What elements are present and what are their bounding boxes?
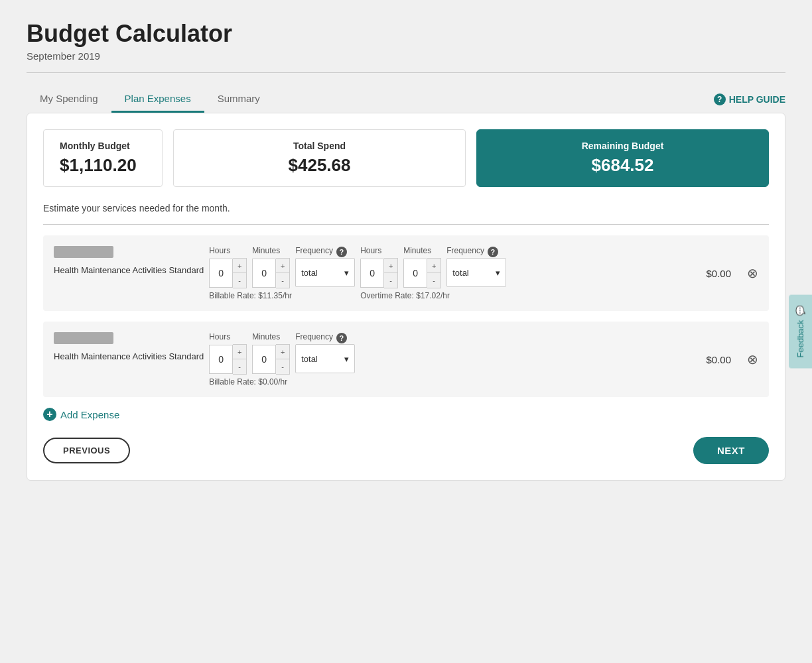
title-divider (27, 72, 785, 73)
overtime-minutes-up-1[interactable]: + (427, 259, 440, 273)
help-guide-label: HELP GUIDE (729, 94, 785, 105)
regular-hours-input-2[interactable] (209, 345, 233, 374)
footer-row: PREVIOUS NEXT (43, 437, 769, 464)
regular-frequency-select-1[interactable]: total ▾ (295, 258, 355, 287)
budget-summary-row: Monthly Budget $1,110.20 Total Spend $42… (43, 129, 769, 187)
frequency-help-icon-1[interactable]: ? (336, 247, 347, 257)
tabs-container: My Spending Plan Expenses Summary (27, 86, 273, 113)
overtime-rate-1: Overtime Rate: $17.02/hr (360, 291, 506, 300)
regular-hours-spinner-2: + - (209, 344, 247, 375)
overtime-minutes-input-1[interactable] (403, 259, 427, 288)
total-spend-amount: $425.68 (190, 155, 449, 176)
regular-minutes-label-1: Minutes (252, 246, 280, 255)
regular-frequency-label-2: Frequency (295, 332, 333, 341)
regular-frequency-group-1: Frequency ? total ▾ (295, 246, 355, 288)
remove-expense-2[interactable]: ⊗ (747, 351, 758, 367)
billable-rate-1: Billable Rate: $11.35/hr (209, 291, 355, 300)
overtime-frequency-help-icon-1[interactable]: ? (488, 247, 498, 257)
regular-section-1: Hours + - Minutes (209, 246, 355, 300)
regular-hours-input-1[interactable] (209, 259, 233, 288)
expense-row-1: Health Maintenance Activities Standard H… (43, 235, 769, 311)
regular-hours-up-1[interactable]: + (233, 259, 246, 273)
add-expense-icon: + (43, 408, 56, 421)
tab-plan-expenses[interactable]: Plan Expenses (111, 86, 204, 113)
monthly-budget-label: Monthly Budget (60, 141, 146, 151)
regular-minutes-up-1[interactable]: + (276, 259, 289, 273)
overtime-frequency-group-1: Frequency ? total ▾ (446, 246, 506, 288)
regular-hours-label-1: Hours (209, 246, 230, 255)
total-spend-box: Total Spend $425.68 (173, 129, 466, 187)
next-button[interactable]: NEXT (693, 437, 769, 464)
tab-my-spending[interactable]: My Spending (27, 86, 111, 113)
regular-minutes-down-2[interactable]: - (276, 359, 289, 374)
regular-hours-down-1[interactable]: - (233, 273, 246, 288)
regular-section-2: Hours + - Minutes (209, 332, 355, 387)
page-title: Budget Calculator (27, 20, 785, 48)
total-spend-label: Total Spend (190, 141, 449, 151)
regular-hours-up-2[interactable]: + (233, 345, 246, 359)
overtime-frequency-select-1[interactable]: total ▾ (446, 258, 506, 287)
expense-total-2: $0.00 (695, 354, 742, 365)
estimate-text: Estimate your services needed for the mo… (43, 203, 769, 213)
help-icon: ? (714, 93, 726, 105)
add-expense-button[interactable]: + Add Expense (43, 408, 769, 421)
overtime-frequency-label-1: Frequency (446, 246, 484, 255)
regular-controls-1: Hours + - Minutes (209, 246, 355, 288)
page-subtitle: September 2019 (27, 50, 785, 62)
regular-hours-label-2: Hours (209, 332, 230, 341)
tabs-row: My Spending Plan Expenses Summary ? HELP… (27, 86, 785, 113)
overtime-minutes-spinner-1: + - (403, 258, 441, 288)
overtime-minutes-group-1: Minutes + - (403, 246, 441, 288)
regular-controls-2: Hours + - Minutes (209, 332, 355, 375)
overtime-hours-label-1: Hours (360, 246, 381, 255)
feedback-icon: 💬 (795, 305, 805, 316)
regular-minutes-input-2[interactable] (252, 345, 276, 374)
frequency-help-icon-2[interactable]: ? (336, 333, 347, 343)
regular-frequency-select-2[interactable]: total ▾ (295, 344, 355, 373)
remaining-budget-box: Remaining Budget $684.52 (476, 129, 769, 187)
regular-frequency-group-2: Frequency ? total ▾ (295, 332, 355, 375)
monthly-budget-box: Monthly Budget $1,110.20 (43, 129, 163, 187)
overtime-hours-group-1: Hours + - (360, 246, 398, 288)
overtime-minutes-label-1: Minutes (403, 246, 431, 255)
expense-total-1: $0.00 (695, 268, 742, 279)
regular-hours-btns-2: + - (233, 344, 247, 375)
overtime-hours-up-1[interactable]: + (384, 259, 397, 273)
regular-frequency-label-1: Frequency (295, 246, 333, 255)
feedback-tab[interactable]: Feedback 💬 (789, 294, 812, 368)
monthly-budget-amount: $1,110.20 (60, 155, 146, 176)
overtime-controls-1: Hours + - Minutes (360, 246, 506, 288)
overtime-section-1: Hours + - Minutes (360, 246, 506, 300)
expense-name-1: Health Maintenance Activities Standard (54, 265, 204, 276)
remove-expense-1[interactable]: ⊗ (747, 265, 758, 281)
regular-minutes-group-1: Minutes + - (252, 246, 290, 288)
expense-color-bar-2 (54, 332, 113, 344)
regular-hours-down-2[interactable]: - (233, 359, 246, 374)
main-card: Monthly Budget $1,110.20 Total Spend $42… (27, 113, 785, 481)
tab-summary[interactable]: Summary (204, 86, 273, 113)
regular-minutes-spinner-2: + - (252, 344, 290, 375)
overtime-hours-input-1[interactable] (360, 259, 384, 288)
regular-minutes-input-1[interactable] (252, 259, 276, 288)
previous-button[interactable]: PREVIOUS (43, 438, 130, 463)
regular-minutes-up-2[interactable]: + (276, 345, 289, 359)
regular-hours-spinner-1: + - (209, 258, 247, 288)
regular-minutes-btns-1: + - (276, 258, 290, 288)
remaining-budget-amount: $684.52 (493, 155, 752, 176)
regular-minutes-btns-2: + - (276, 344, 290, 375)
add-expense-label: Add Expense (60, 409, 119, 420)
expense-left-section-2: Health Maintenance Activities Standard (54, 332, 204, 363)
expense-name-2: Health Maintenance Activities Standard (54, 351, 204, 363)
overtime-minutes-down-1[interactable]: - (427, 273, 440, 288)
overtime-hours-down-1[interactable]: - (384, 273, 397, 288)
regular-minutes-group-2: Minutes + - (252, 332, 290, 375)
regular-minutes-down-1[interactable]: - (276, 273, 289, 288)
regular-hours-group-1: Hours + - (209, 246, 247, 288)
remaining-budget-label: Remaining Budget (493, 141, 752, 151)
billable-rate-2: Billable Rate: $0.00/hr (209, 377, 355, 387)
expense-row-2: Health Maintenance Activities Standard H… (43, 322, 769, 397)
help-guide-button[interactable]: ? HELP GUIDE (714, 93, 785, 105)
expense-color-bar-1 (54, 246, 113, 258)
regular-minutes-spinner-1: + - (252, 258, 290, 288)
expense-left-section-1: Health Maintenance Activities Standard (54, 246, 204, 276)
